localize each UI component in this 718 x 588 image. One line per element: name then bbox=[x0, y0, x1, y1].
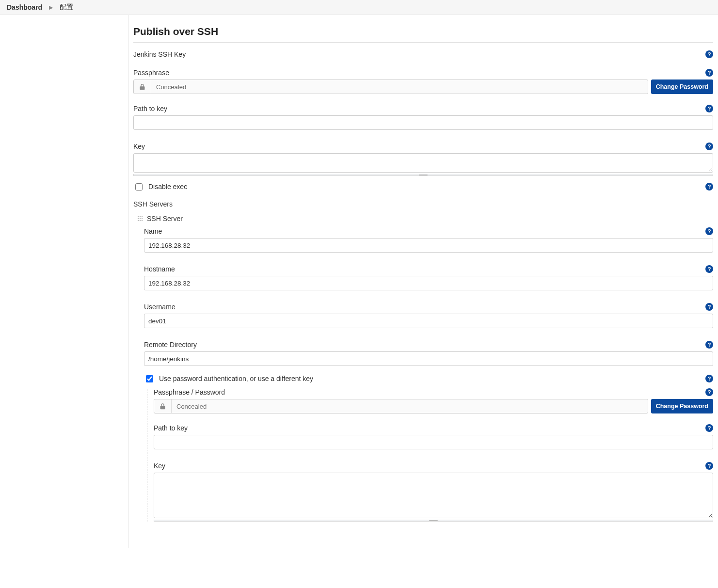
passphrase-concealed-text: Concealed bbox=[151, 83, 191, 91]
help-icon[interactable]: ? bbox=[705, 227, 713, 235]
svg-point-2 bbox=[142, 216, 143, 217]
server-path-to-key-label: Path to key bbox=[154, 424, 188, 432]
disable-exec-label: Disable exec bbox=[148, 183, 187, 191]
help-icon[interactable]: ? bbox=[705, 69, 713, 77]
server-passphrase-field: Concealed bbox=[154, 399, 648, 413]
svg-point-4 bbox=[140, 218, 141, 219]
chevron-right-icon: ▶ bbox=[49, 4, 53, 11]
password-auth-nested-block: Passphrase / Password ? Concealed Change… bbox=[144, 388, 713, 522]
textarea-resize-handle[interactable] bbox=[133, 174, 713, 176]
svg-point-5 bbox=[142, 218, 143, 219]
nested-border-line bbox=[147, 389, 147, 522]
server-passphrase-concealed-text: Concealed bbox=[172, 403, 211, 410]
help-icon[interactable]: ? bbox=[705, 341, 713, 349]
path-to-key-label: Path to key bbox=[133, 105, 167, 112]
help-icon[interactable]: ? bbox=[705, 183, 713, 191]
server-passphrase-label: Passphrase / Password bbox=[154, 388, 225, 396]
server-name-label: Name bbox=[144, 227, 162, 235]
main-content: Publish over SSH Jenkins SSH Key ? Passp… bbox=[128, 15, 718, 548]
server-hostname-label: Hostname bbox=[144, 265, 175, 273]
use-password-label: Use password authentication, or use a di… bbox=[159, 375, 313, 382]
help-icon[interactable]: ? bbox=[705, 105, 713, 112]
help-icon[interactable]: ? bbox=[705, 50, 713, 58]
svg-point-7 bbox=[140, 220, 141, 221]
passphrase-label: Passphrase bbox=[133, 69, 169, 77]
drag-handle-icon[interactable] bbox=[137, 216, 143, 222]
jenkins-ssh-key-label: Jenkins SSH Key bbox=[133, 50, 186, 58]
help-icon[interactable]: ? bbox=[705, 375, 713, 382]
key-textarea[interactable] bbox=[133, 153, 713, 173]
svg-point-0 bbox=[138, 216, 139, 217]
sidebar bbox=[0, 15, 128, 548]
breadcrumb-current[interactable]: 配置 bbox=[60, 3, 73, 12]
server-username-input[interactable] bbox=[144, 314, 713, 328]
help-icon[interactable]: ? bbox=[705, 462, 713, 470]
help-icon[interactable]: ? bbox=[705, 388, 713, 396]
server-change-password-button[interactable]: Change Password bbox=[651, 399, 713, 413]
section-title: Publish over SSH bbox=[133, 24, 713, 43]
lock-icon bbox=[154, 399, 172, 413]
svg-point-3 bbox=[138, 218, 139, 219]
path-to-key-input[interactable] bbox=[133, 115, 713, 130]
svg-point-1 bbox=[140, 216, 141, 217]
key-label: Key bbox=[133, 143, 145, 150]
help-icon[interactable]: ? bbox=[705, 424, 713, 432]
server-name-input[interactable] bbox=[144, 238, 713, 253]
server-key-textarea[interactable] bbox=[154, 473, 713, 518]
textarea-resize-handle[interactable] bbox=[154, 520, 713, 522]
disable-exec-checkbox[interactable] bbox=[135, 183, 143, 191]
server-path-to-key-input[interactable] bbox=[154, 435, 713, 449]
ssh-server-block: SSH Server Name ? Hostname ? Username bbox=[133, 213, 713, 522]
svg-point-8 bbox=[142, 220, 143, 221]
help-icon[interactable]: ? bbox=[705, 303, 713, 311]
breadcrumb: Dashboard ▶ 配置 bbox=[0, 0, 718, 15]
lock-icon bbox=[134, 80, 151, 94]
passphrase-field: Concealed bbox=[133, 79, 648, 94]
help-icon[interactable]: ? bbox=[705, 143, 713, 150]
server-username-label: Username bbox=[144, 303, 176, 311]
use-password-checkbox[interactable] bbox=[146, 375, 153, 382]
help-icon[interactable]: ? bbox=[705, 265, 713, 273]
server-hostname-input[interactable] bbox=[144, 276, 713, 290]
server-remote-dir-label: Remote Directory bbox=[144, 341, 197, 349]
ssh-server-header: SSH Server bbox=[147, 215, 183, 222]
change-password-button[interactable]: Change Password bbox=[651, 79, 713, 94]
server-remote-dir-input[interactable] bbox=[144, 351, 713, 366]
server-key-label: Key bbox=[154, 462, 165, 470]
ssh-servers-label: SSH Servers bbox=[133, 195, 713, 211]
svg-point-6 bbox=[138, 220, 139, 221]
breadcrumb-dashboard[interactable]: Dashboard bbox=[7, 3, 42, 11]
